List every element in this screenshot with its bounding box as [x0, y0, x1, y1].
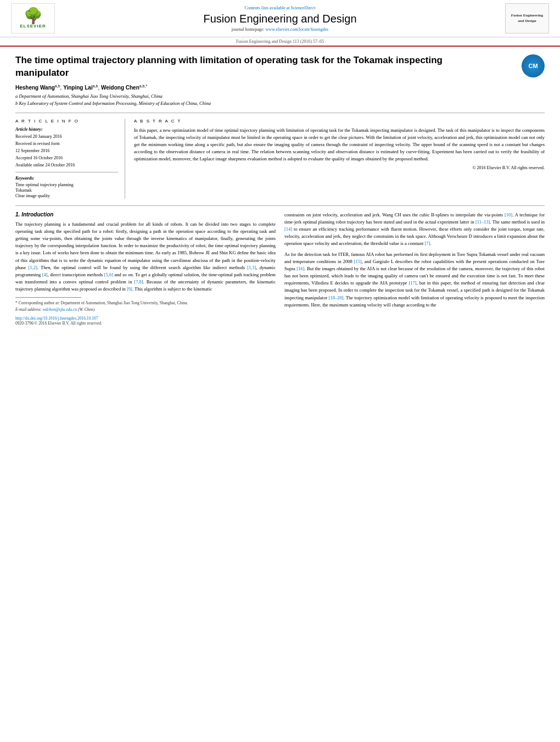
logo-line2: and Design — [518, 19, 536, 24]
authors-line: Hesheng Wanga,b, Yinping Laia,b, Weidong… — [15, 84, 545, 91]
author2-name: Yinping Lai — [63, 85, 93, 91]
ref-14[interactable]: [14] — [284, 226, 292, 232]
keywords-title: Keywords: — [15, 176, 118, 181]
accepted-line: Accepted 16 October 2016 — [15, 155, 118, 161]
footnote-corresponding: * Corresponding author at: Department of… — [15, 300, 276, 306]
ref-11-13[interactable]: [11–13] — [475, 219, 490, 225]
ref-9[interactable]: [9] — [127, 286, 132, 292]
elsevier-logo: 🌳 ELSEVIER — [11, 3, 60, 34]
logo-line1: Fusion Engineering — [511, 13, 544, 18]
abstract-heading: A B S T R A C T — [134, 119, 545, 124]
ref-16[interactable]: [16] — [296, 266, 304, 271]
affiliation-a: a Department of Automation, Shanghai Jia… — [15, 93, 545, 100]
homepage-url[interactable]: www.elsevier.com/locate/fusengdes — [266, 27, 329, 32]
elsevier-brand-text: ELSEVIER — [20, 24, 46, 29]
ref-10[interactable]: [10] — [505, 212, 512, 217]
footnote-email: E-mail address: wdchen@sjtu.edu.cn (W. C… — [15, 306, 276, 313]
ref-5-6[interactable]: [5,6] — [104, 272, 113, 277]
article-title: The time optimal trajectory planning wit… — [15, 54, 477, 80]
body-col-left: 1. Introduction The trajectory planning … — [15, 211, 276, 326]
intro-para2: constraints on joint velocity, accelerat… — [284, 211, 545, 248]
issn-line: 0920-3796/© 2016 Elsevier B.V. All right… — [15, 321, 276, 326]
abstract-col: A B S T R A C T In this paper, a new opt… — [134, 119, 545, 199]
content-area: The time optimal trajectory planning wit… — [0, 47, 560, 333]
main-body: 1. Introduction The trajectory planning … — [15, 205, 545, 326]
online-line: Available online 24 October 2016 — [15, 162, 118, 169]
revised-label: Received in revised form — [15, 141, 118, 147]
keyword-2: Tokamak — [15, 188, 118, 193]
ref-7-8[interactable]: [7,8] — [134, 279, 143, 284]
elsevier-tree-icon: 🌳 — [24, 8, 43, 24]
author1-name: Hesheng Wang — [15, 85, 55, 91]
journal-logo-box: Fusion Engineering and Design — [505, 3, 549, 34]
info-divider — [15, 172, 118, 172]
affiliations: a Department of Automation, Shanghai Jia… — [15, 93, 545, 107]
received-line: Received 20 January 2016 — [15, 133, 118, 140]
history-title: Article history: — [15, 127, 118, 132]
article-title-section: The time optimal trajectory planning wit… — [15, 54, 545, 80]
ref-7[interactable]: [7] — [424, 241, 430, 246]
header-center: Contents lists available at ScienceDirec… — [60, 5, 500, 32]
affiliation-b: b Key Laboratory of System Control and I… — [15, 100, 545, 107]
revised-date: 12 September 2016 — [15, 148, 118, 154]
ref-1-2[interactable]: [1,2] — [29, 265, 37, 270]
article-info-heading: A R T I C L E I N F O — [15, 119, 118, 124]
ref-4[interactable]: [4] — [42, 272, 48, 277]
ref-1-3[interactable]: [1,3] — [247, 265, 256, 270]
article-info-col: A R T I C L E I N F O Article history: R… — [15, 119, 125, 199]
sciencedirect-link[interactable]: Contents lists available at ScienceDirec… — [60, 5, 500, 10]
intro-para1: The trajectory planning is a fundamental… — [15, 221, 276, 293]
journal-logo-right: Fusion Engineering and Design — [500, 3, 549, 34]
journal-title: Fusion Engineering and Design — [60, 13, 500, 25]
doi-link[interactable]: http://dx.doi.org/10.1016/j.fusengdes.20… — [15, 316, 276, 321]
ref-15[interactable]: [15] — [354, 259, 362, 264]
article-info-abstract: A R T I C L E I N F O Article history: R… — [15, 113, 545, 199]
intro-para3: As for the detection task for ITER, famo… — [284, 251, 545, 309]
author3-name: Weidong Chen — [101, 85, 139, 91]
article-meta-line: Fusion Engineering and Design 113 (2016)… — [0, 37, 560, 47]
keyword-3: Clear image quality — [15, 193, 118, 198]
journal-homepage: journal homepage: www.elsevier.com/locat… — [60, 27, 500, 32]
ref-17[interactable]: [17] — [409, 280, 417, 286]
journal-header: 🌳 ELSEVIER Contents lists available at S… — [0, 0, 560, 37]
keyword-1: Time optimal trajectory planning — [15, 182, 118, 187]
footnote-divider — [15, 297, 81, 298]
footnote-email-link[interactable]: wdchen@sjtu.edu.cn — [43, 307, 77, 312]
ref-18-20[interactable]: [18–20] — [329, 295, 344, 300]
section1-title: 1. Introduction — [15, 211, 276, 217]
body-col-right: constraints on joint velocity, accelerat… — [284, 211, 545, 326]
abstract-text: In this paper, a new optimization model … — [134, 127, 545, 163]
abstract-copyright: © 2016 Elsevier B.V. All rights reserved… — [134, 165, 545, 170]
crossmark-badge[interactable]: CM — [522, 54, 545, 77]
